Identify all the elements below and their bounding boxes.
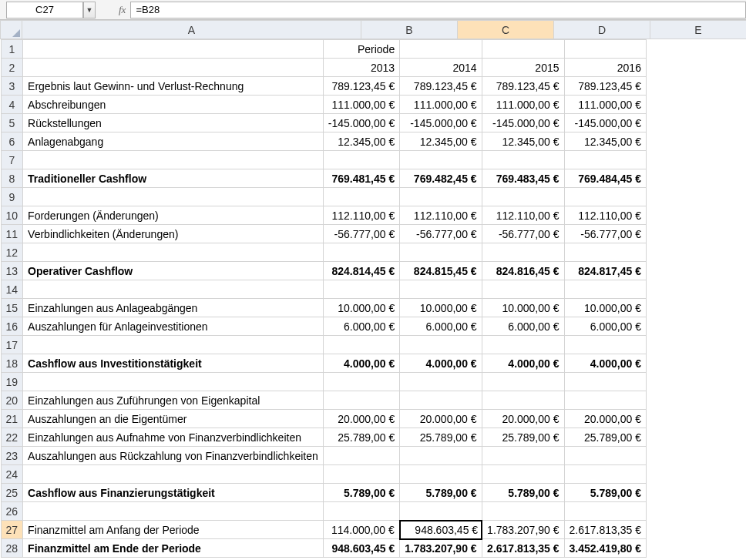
cell-A1[interactable] xyxy=(23,40,324,59)
row-header[interactable]: 24 xyxy=(1,465,23,484)
formula-input[interactable] xyxy=(130,2,746,18)
cell-C23[interactable] xyxy=(400,447,482,465)
cell-D19[interactable] xyxy=(482,373,564,391)
cell-B8[interactable]: 769.481,45 € xyxy=(323,169,399,188)
cell-C22[interactable]: 25.789,00 € xyxy=(400,428,482,447)
select-all-corner[interactable] xyxy=(1,21,22,39)
cell-C27[interactable]: 948.603,45 € xyxy=(400,521,482,539)
cell-D8[interactable]: 769.483,45 € xyxy=(482,169,564,188)
cell-B7[interactable] xyxy=(323,151,399,169)
cell-E17[interactable] xyxy=(564,336,646,354)
row-header[interactable]: 2 xyxy=(1,59,23,77)
cell-C11[interactable]: -56.777,00 € xyxy=(400,225,482,243)
cell-A13[interactable]: Operativer Cashflow xyxy=(23,262,324,280)
cell-B17[interactable] xyxy=(323,336,399,354)
cell-A4[interactable]: Abschreibungen xyxy=(23,96,324,114)
cell-B12[interactable] xyxy=(323,243,399,262)
row-header[interactable]: 26 xyxy=(1,502,23,521)
cell-D2[interactable]: 2015 xyxy=(482,59,564,77)
cell-E6[interactable]: 12.345,00 € xyxy=(564,132,646,151)
cell-A20[interactable]: Einzahlungen aus Zuführungen von Eigenka… xyxy=(23,391,324,410)
cell-E8[interactable]: 769.484,45 € xyxy=(564,169,646,188)
cell-A10[interactable]: Forderungen (Änderungen) xyxy=(23,206,324,225)
cell-A8[interactable]: Traditioneller Cashflow xyxy=(23,169,324,188)
cell-A15[interactable]: Einzahlungen aus Anlageabgängen xyxy=(23,299,324,317)
fx-icon[interactable]: fx xyxy=(119,4,126,16)
cell-E11[interactable]: -56.777,00 € xyxy=(564,225,646,243)
cell-B23[interactable] xyxy=(323,447,399,465)
row-header[interactable]: 7 xyxy=(1,151,23,169)
cell-E10[interactable]: 112.110,00 € xyxy=(564,206,646,225)
cell-E13[interactable]: 824.817,45 € xyxy=(564,262,646,280)
cell-E26[interactable] xyxy=(564,502,646,521)
cell-A3[interactable]: Ergebnis laut Gewinn- und Verlust-Rechnu… xyxy=(23,77,324,96)
cell-E15[interactable]: 10.000,00 € xyxy=(564,299,646,317)
cell-B21[interactable]: 20.000,00 € xyxy=(323,410,399,428)
cell-D15[interactable]: 10.000,00 € xyxy=(482,299,564,317)
cell-D27[interactable]: 1.783.207,90 € xyxy=(482,521,564,539)
cell-A14[interactable] xyxy=(23,280,324,299)
cell-A18[interactable]: Cashflow aus Investitionstätigkeit xyxy=(23,354,324,373)
cell-B20[interactable] xyxy=(323,391,399,410)
cell-B26[interactable] xyxy=(323,502,399,521)
cell-D13[interactable]: 824.816,45 € xyxy=(482,262,564,280)
cell-B15[interactable]: 10.000,00 € xyxy=(323,299,399,317)
cell-C21[interactable]: 20.000,00 € xyxy=(400,410,482,428)
cell-B19[interactable] xyxy=(323,373,399,391)
col-header-D[interactable]: D xyxy=(554,21,650,39)
cell-B22[interactable]: 25.789,00 € xyxy=(323,428,399,447)
name-box[interactable] xyxy=(6,2,83,18)
cell-B3[interactable]: 789.123,45 € xyxy=(323,77,399,96)
cell-A9[interactable] xyxy=(23,188,324,206)
cell-D17[interactable] xyxy=(482,336,564,354)
cell-E24[interactable] xyxy=(564,465,646,484)
cell-B24[interactable] xyxy=(323,465,399,484)
cell-B11[interactable]: -56.777,00 € xyxy=(323,225,399,243)
cell-E7[interactable] xyxy=(564,151,646,169)
cell-A17[interactable] xyxy=(23,336,324,354)
cell-A5[interactable]: Rückstellungen xyxy=(23,114,324,132)
cell-A16[interactable]: Auszahlungen für Anlageinvestitionen xyxy=(23,317,324,336)
cell-C5[interactable]: -145.000,00 € xyxy=(400,114,482,132)
cell-A19[interactable] xyxy=(23,373,324,391)
cell-E20[interactable] xyxy=(564,391,646,410)
cell-B10[interactable]: 112.110,00 € xyxy=(323,206,399,225)
cell-D23[interactable] xyxy=(482,447,564,465)
row-header[interactable]: 15 xyxy=(1,299,23,317)
cell-A22[interactable]: Einzahlungen aus Aufnahme von Finanzverb… xyxy=(23,428,324,447)
cell-C1[interactable] xyxy=(400,40,482,59)
cell-A12[interactable] xyxy=(23,243,324,262)
row-header[interactable]: 28 xyxy=(1,539,23,558)
row-header[interactable]: 16 xyxy=(1,317,23,336)
cell-E4[interactable]: 111.000,00 € xyxy=(564,96,646,114)
col-header-B[interactable]: B xyxy=(361,21,458,39)
cell-C13[interactable]: 824.815,45 € xyxy=(400,262,482,280)
cell-D16[interactable]: 6.000,00 € xyxy=(482,317,564,336)
cell-E28[interactable]: 3.452.419,80 € xyxy=(564,539,646,558)
cell-C17[interactable] xyxy=(400,336,482,354)
cell-C7[interactable] xyxy=(400,151,482,169)
cell-A11[interactable]: Verbindlichkeiten (Änderungen) xyxy=(23,225,324,243)
cell-D10[interactable]: 112.110,00 € xyxy=(482,206,564,225)
cell-D18[interactable]: 4.000,00 € xyxy=(482,354,564,373)
cell-D14[interactable] xyxy=(482,280,564,299)
col-header-C[interactable]: C xyxy=(458,21,554,39)
cell-C6[interactable]: 12.345,00 € xyxy=(400,132,482,151)
col-header-E[interactable]: E xyxy=(650,21,747,39)
cell-E2[interactable]: 2016 xyxy=(564,59,646,77)
cell-E18[interactable]: 4.000,00 € xyxy=(564,354,646,373)
row-header[interactable]: 1 xyxy=(1,40,23,59)
cell-E22[interactable]: 25.789,00 € xyxy=(564,428,646,447)
row-header[interactable]: 6 xyxy=(1,132,23,151)
cell-B1[interactable]: Periode xyxy=(323,40,399,59)
cell-A6[interactable]: Anlagenabgang xyxy=(23,132,324,151)
cell-C12[interactable] xyxy=(400,243,482,262)
cell-D9[interactable] xyxy=(482,188,564,206)
cell-B6[interactable]: 12.345,00 € xyxy=(323,132,399,151)
cell-C2[interactable]: 2014 xyxy=(400,59,482,77)
cell-E27[interactable]: 2.617.813,35 € xyxy=(564,521,646,539)
cell-A27[interactable]: Finanzmittel am Anfang der Periode xyxy=(23,521,324,539)
cell-C8[interactable]: 769.482,45 € xyxy=(400,169,482,188)
cell-D6[interactable]: 12.345,00 € xyxy=(482,132,564,151)
name-dropdown[interactable]: ▼ xyxy=(83,2,96,18)
